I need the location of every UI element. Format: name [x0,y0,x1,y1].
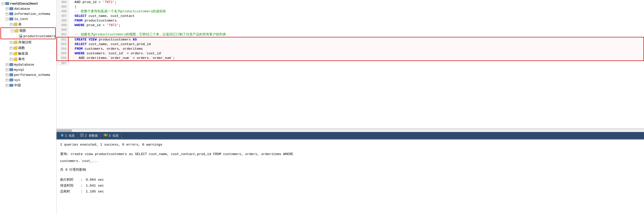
sidebar-label-productcustomers: productcustomers [23,34,55,38]
result-tab-info1[interactable]: i1 信息 [58,132,78,139]
result-tab-tabledata[interactable]: 2 表数据 [78,132,100,139]
line-code-500[interactable] [68,28,644,32]
sidebar-views-highlight: −视图♻productcustomers [1,27,56,39]
item-icon-functions [13,46,17,50]
result-timing: 执行耗时 : 0.064 sec传送时间 : 1.041 sec总耗时 : 1.… [60,177,640,194]
timing-separator: : [81,183,86,189]
line-code-497[interactable]: SELECT cust_name, cust_contact [68,14,644,18]
token-plain: ; [115,0,117,4]
line-number-494: 494 [57,0,68,5]
item-icon-information_schema [9,12,13,16]
code-line-506: 506 AND orderitems.`order_num` = orders.… [57,56,644,61]
sidebar: −root@localhost+database+information_sch… [0,0,57,214]
item-icon-events [13,57,17,61]
sidebar-item-productcustomers[interactable]: ♻productcustomers [1,34,55,39]
timing-separator: : [81,189,86,195]
line-number-506: 506 [57,56,68,61]
svg-rect-17 [10,74,13,74]
line-code-502[interactable]: CREATE VIEW productcustomers AS [68,37,644,42]
item-icon-mysql [9,68,13,72]
sidebar-item-database[interactable]: +database [0,6,56,11]
sidebar-item-lu_test[interactable]: −lu_test [0,16,56,22]
item-icon-zhongguo [9,83,13,87]
item-icon-tables [13,22,17,26]
svg-rect-20 [10,84,13,87]
sidebar-item-mysql[interactable]: +mysql [0,67,56,72]
horizontal-scrollbar[interactable] [57,129,644,132]
sidebar-item-views[interactable]: −视图 [1,28,55,34]
code-line-504: 504 FROM customers, orders, orderitems [57,47,644,51]
sidebar-item-performance_schema[interactable]: +performance_schema [0,72,56,77]
line-code-505[interactable]: WHERE customers.`cust_id` = orders.`cust… [68,51,644,56]
result-summary: 1 queries executed, 1 success, 0 errors,… [60,142,640,148]
sidebar-item-tables[interactable]: +表 [0,22,56,27]
result-tab-info3[interactable]: 3 信息 [101,132,122,139]
timing-value: 0.064 sec [86,177,104,183]
svg-rect-19 [10,79,13,79]
timing-label: 传送时间 [60,183,81,189]
token-str: 'TNT2' [102,0,115,4]
line-code-504[interactable]: FROM customers, orders, orderitems [68,47,644,51]
code-line-499: 499 WHERE prod_id = 'TNT2'; [57,23,644,28]
sidebar-item-events[interactable]: +事件 [0,56,56,62]
expand-icon-triggers: + [9,52,13,55]
line-code-501[interactable]: -- 创建名为productcustomers的视图，它联结三个表，以返回已订购… [68,32,644,37]
svg-rect-18 [10,79,13,81]
line-code-499[interactable]: WHERE prod_id = 'TNT2'; [68,23,644,28]
svg-rect-5 [10,13,13,13]
token-plain: ; [119,23,121,27]
line-code-495[interactable]: | [68,5,644,9]
sidebar-item-zhongguo[interactable]: +中国 [0,83,56,88]
expand-icon-mysql: + [5,68,9,72]
line-number-497: 497 [57,14,68,18]
line-number-504: 504 [57,47,68,51]
sidebar-label-functions: 函数 [18,46,25,50]
timing-label: 执行耗时 [60,177,81,183]
token-plain: productcustomers [82,19,117,23]
sidebar-item-information_schema[interactable]: +information_schema [0,11,56,16]
line-code-496[interactable]: -- 把整个查询包装成一个名为productcustomers的虚拟表 [68,9,644,14]
sidebar-item-triggers[interactable]: +触发器 [0,51,56,56]
code-editor[interactable]: 494 AND prod_id = 'TNT2';495 |496 -- 把整个… [57,0,644,129]
sidebar-item-sys[interactable]: +sys [0,77,56,83]
svg-rect-3 [10,8,13,8]
svg-rect-2 [10,7,13,10]
scrollbar-thumb[interactable] [57,129,72,132]
sidebar-item-functions[interactable]: +函数 [0,45,56,51]
token-plain: AND orderitems.`order_num` = orders.`ord… [71,56,175,60]
token-kw: WHERE [71,52,85,55]
svg-text:♻: ♻ [20,36,21,38]
result-affected-rows: 共 0 行受到影响 [60,167,640,173]
token-kw: AS [133,38,137,42]
line-number-499: 499 [57,23,68,28]
line-number-502: 502 [57,37,68,42]
expand-icon-storedprocs: + [9,40,13,44]
sidebar-item-storedprocs[interactable]: +存储过程 [0,39,56,45]
line-number-501: 501 [57,32,68,37]
tab-label-tabledata: 2 表数据 [85,134,98,138]
line-number-498: 498 [57,18,68,23]
token-kw: FROM [71,19,83,23]
sidebar-label-mydatabase: mydatabase [14,63,34,67]
results-panel: i1 信息2 表数据3 信息 1 queries executed, 1 suc… [57,132,644,214]
line-code-507[interactable] [68,61,644,66]
item-icon-lu_test [9,17,13,21]
svg-rect-1 [5,3,9,3]
item-icon-triggers [13,52,17,56]
svg-rect-14 [10,68,13,71]
sidebar-label-lu_test: lu_test [14,17,28,21]
sidebar-label-triggers: 触发器 [18,51,28,56]
token-plain: productcustomers [97,38,133,42]
tab-label-info1: 1 信息 [65,134,75,138]
token-plain: customers, orders, orderitems [83,47,143,51]
sidebar-item-root[interactable]: −root@localhost [0,1,56,6]
line-code-498[interactable]: FROM productcustomers [68,18,644,23]
line-code-503[interactable]: SELECT cust_name, cust_contact,prod_id [68,42,644,47]
sidebar-item-mydatabase[interactable]: +mydatabase [0,62,56,67]
svg-text:i: i [61,134,63,137]
expand-icon-views: − [10,29,14,33]
timing-label: 总耗时 [60,189,81,195]
line-code-494[interactable]: AND prod_id = 'TNT2'; [68,0,644,5]
line-code-506[interactable]: AND orderitems.`order_num` = orders.`ord… [68,56,644,61]
code-line-507: 507 [57,61,644,66]
